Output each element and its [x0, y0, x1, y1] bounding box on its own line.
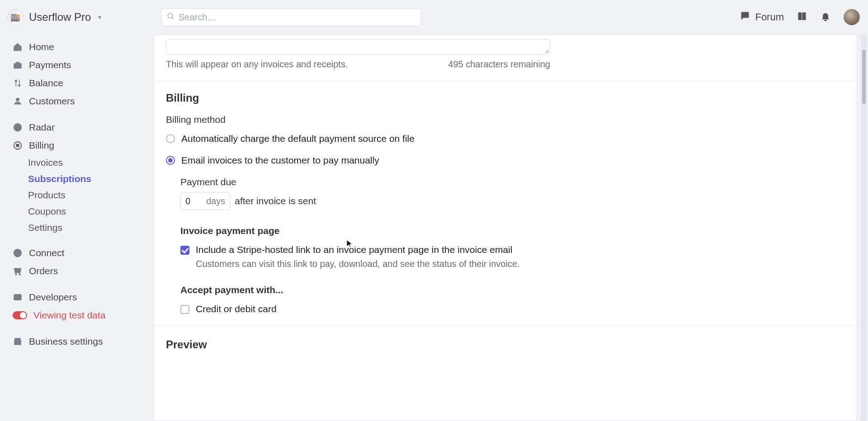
billing-section: Billing Billing method Automatically cha…	[154, 81, 857, 326]
user-icon	[13, 96, 23, 106]
sidebar-item-balance[interactable]: Balance	[8, 74, 154, 92]
preview-section: Preview	[154, 326, 857, 364]
sidebar-item-payments[interactable]: Payments	[8, 56, 154, 74]
svg-point-0	[168, 13, 173, 18]
sidebar-sub-coupons[interactable]: Coupons	[8, 203, 154, 220]
sidebar-item-label: Payments	[29, 60, 71, 70]
sidebar-item-billing[interactable]: Billing	[8, 136, 154, 154]
topbar-right: Forum	[740, 9, 860, 25]
credit-card-label: Credit or debit card	[196, 304, 277, 314]
sidebar-sub-products[interactable]: Products	[8, 187, 154, 203]
main: This will appear on any invoices and rec…	[154, 34, 868, 421]
memo-hint: This will appear on any invoices and rec…	[166, 59, 348, 70]
svg-point-6	[16, 144, 19, 147]
checkbox-icon	[180, 246, 189, 255]
app-logo-icon: 🏬	[7, 9, 24, 25]
svg-rect-2	[14, 63, 22, 68]
checkbox-icon	[180, 305, 189, 314]
chat-icon	[740, 10, 750, 24]
arrows-icon	[13, 78, 23, 88]
after-invoice-text: after invoice is sent	[235, 196, 316, 206]
memo-remaining: 495 characters remaining	[448, 59, 550, 70]
radio-icon	[166, 156, 175, 165]
app-brand[interactable]: 🏬 Userflow Pro ▾	[7, 9, 154, 25]
payment-due-input-wrap[interactable]: days	[180, 192, 230, 210]
radio-icon	[166, 134, 175, 143]
payment-due-label: Payment due	[180, 177, 845, 187]
app-name: Userflow Pro	[29, 11, 91, 23]
svg-point-9	[19, 274, 20, 275]
search-input-wrap[interactable]	[161, 8, 421, 26]
chevron-down-icon[interactable]: ▾	[98, 14, 101, 21]
svg-point-3	[16, 98, 19, 101]
avatar[interactable]	[844, 9, 860, 25]
svg-rect-10	[14, 295, 22, 300]
briefcase-icon	[13, 60, 23, 70]
svg-point-8	[15, 274, 17, 275]
forum-link[interactable]: Forum	[740, 10, 784, 24]
sidebar-item-connect[interactable]: Connect	[8, 244, 154, 262]
memo-section: This will appear on any invoices and rec…	[154, 35, 857, 81]
search-input[interactable]	[179, 12, 415, 23]
sidebar-item-label: Developers	[29, 292, 77, 303]
content-card: This will appear on any invoices and rec…	[154, 34, 857, 421]
include-link-label: Include a Stripe-hosted link to an invoi…	[196, 244, 520, 255]
cart-icon	[13, 266, 23, 276]
credit-card-row[interactable]: Credit or debit card	[180, 304, 845, 314]
billing-title: Billing	[166, 92, 845, 104]
billing-method-label: Billing method	[166, 114, 845, 125]
accept-heading: Accept payment with...	[180, 285, 845, 295]
invoice-page-heading: Invoice payment page	[180, 225, 845, 236]
radio-label: Automatically charge the default payment…	[181, 133, 415, 144]
sidebar-item-label: Balance	[29, 78, 63, 89]
radio-label: Email invoices to the customer to pay ma…	[181, 155, 379, 166]
scrollbar-thumb[interactable]	[862, 50, 866, 104]
search-icon	[167, 12, 175, 23]
sidebar-sub-invoices[interactable]: Invoices	[8, 154, 154, 171]
radar-icon	[13, 122, 23, 132]
sidebar-item-home[interactable]: Home	[8, 38, 154, 56]
sidebar-item-label: Customers	[29, 96, 75, 107]
sidebar-item-label: Viewing test data	[33, 310, 106, 321]
sidebar-item-label: Radar	[29, 122, 55, 133]
sidebar-item-radar[interactable]: Radar	[8, 118, 154, 136]
radio-email-invoice[interactable]: Email invoices to the customer to pay ma…	[166, 155, 845, 166]
sidebar-item-label: Home	[29, 42, 54, 52]
billing-icon	[13, 140, 23, 150]
svg-line-1	[172, 17, 174, 19]
sidebar-item-label: Connect	[29, 248, 64, 258]
include-link-desc: Customers can visit this link to pay, do…	[196, 259, 520, 269]
book-icon[interactable]	[797, 11, 807, 24]
sidebar-sub-subscriptions[interactable]: Subscriptions	[8, 171, 154, 187]
home-icon	[13, 42, 23, 52]
bell-icon[interactable]	[820, 11, 831, 24]
payment-due-input[interactable]	[185, 196, 197, 206]
sidebar-item-developers[interactable]: Developers	[8, 288, 154, 306]
sidebar-item-orders[interactable]: Orders	[8, 262, 154, 280]
sidebar-item-label: Billing	[29, 140, 54, 151]
sidebar: Home Payments Balance Customers	[0, 34, 154, 421]
forum-label: Forum	[755, 11, 784, 23]
include-link-row[interactable]: Include a Stripe-hosted link to an invoi…	[180, 244, 845, 269]
sidebar-item-business-settings[interactable]: Business settings	[8, 332, 154, 351]
connect-icon	[13, 248, 23, 258]
vertical-scrollbar[interactable]	[861, 34, 867, 421]
store-icon	[13, 337, 23, 346]
sidebar-item-label: Orders	[29, 266, 58, 276]
sidebar-item-test-data[interactable]: Viewing test data	[8, 306, 154, 324]
sidebar-item-customers[interactable]: Customers	[8, 92, 154, 110]
terminal-icon	[13, 292, 23, 302]
sidebar-sub-settings[interactable]: Settings	[8, 220, 154, 236]
sidebar-item-label: Business settings	[29, 336, 103, 347]
test-data-toggle[interactable]	[13, 311, 27, 319]
radio-auto-charge[interactable]: Automatically charge the default payment…	[166, 133, 845, 144]
days-unit: days	[206, 196, 225, 206]
memo-textarea[interactable]	[166, 39, 550, 55]
preview-title: Preview	[166, 338, 845, 351]
topbar: 🏬 Userflow Pro ▾ Forum	[0, 0, 868, 34]
